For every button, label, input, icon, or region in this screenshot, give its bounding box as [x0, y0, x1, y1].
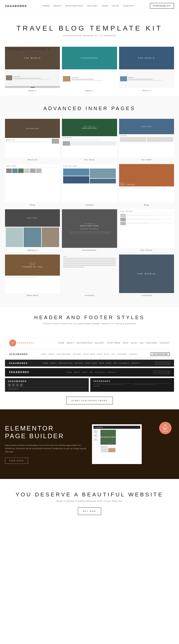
page-prices[interactable]: OUR PRICES — [119, 209, 174, 252]
hs4-nav-home: HOME — [67, 372, 72, 373]
hs2-nav-shop: SHOP — [97, 354, 102, 355]
badge-ie-text: IE — [164, 424, 166, 426]
hs2-logo: VAGABONDS — [9, 353, 28, 356]
footer-dark-2: VAGABONDS Travel Blog — [90, 378, 174, 392]
hs1-nav-contact: CONTACT — [160, 342, 170, 344]
hs4-logo: VAGABONDS — [9, 371, 29, 374]
page-about-us[interactable]: ADVENTURE ABOUT US About Us — [5, 119, 60, 162]
header-style-3: VAGABONDS HOME ABOUT DESTINATIONS GALLER… — [5, 360, 174, 366]
footer1-twitter-icon: t — [12, 384, 15, 386]
hs3-nav-about: ABOUT — [50, 362, 57, 364]
hs4-social-icons: f t i y — [153, 370, 170, 374]
pages-row-1: ADVENTURE ABOUT US About Us — [5, 119, 174, 162]
hs3-nav-shop: SHOP — [99, 362, 104, 364]
blog-label: Blog — [119, 202, 174, 207]
elementor-view-more-button[interactable]: VIEW MORE — [5, 458, 28, 464]
hs2-get-started-btn[interactable]: GET STARTED FREE — [151, 352, 170, 356]
home-template-1[interactable]: ');background:#5a4a3a;"> THE WORLD LIVE … — [5, 47, 60, 93]
hs3-instagram-icon: i — [163, 362, 166, 365]
hs3-youtube-icon: y — [167, 362, 170, 365]
elementor-text: ELEMENTOR PAGE BUILDER Enjoy intuitive i… — [5, 424, 87, 464]
elementor-title: ELEMENTOR PAGE BUILDER — [5, 424, 87, 440]
footer-rows: VAGABONDS f t i y © 2024 Vagabonds VAGAB… — [0, 378, 179, 392]
purchase-kit-button[interactable]: PURCHASE KIT — [150, 3, 174, 9]
home2-label: Home 2 — [62, 88, 117, 93]
hs3-nav-channels: CHANNELS — [119, 362, 129, 364]
page-start-here[interactable]: LIVE BIG LOAD? FUNDED BY YOU Start Here — [5, 254, 60, 298]
hero-title: TRAVEL BLOG TEMPLATE KIT — [5, 24, 174, 32]
hs1-nav-blog: BLOG — [131, 342, 137, 344]
home1-thumb — [6, 75, 12, 80]
ep-adventure-text: ADVENTURE — [100, 436, 116, 438]
ep-header-logo: ≡ elementor — [95, 426, 103, 428]
footer2-cols: Travel Blog — [93, 383, 171, 387]
home1-overlay: THE WORLD — [24, 57, 41, 59]
ep-content: ADVENTURE ABOUT US — [100, 430, 116, 453]
hs3-nav-contact: CONTACT — [131, 362, 140, 364]
hs3-nav-home: HOME — [43, 362, 48, 364]
buy-now-button[interactable]: BUY NOW — [78, 507, 101, 515]
home-template-2[interactable]: VAGABONDS LIVE BIG Home 2 — [62, 47, 117, 93]
inner-pages-section: ADVENTURE ABOUT US About Us — [0, 116, 179, 307]
home1-label: Home 1 — [5, 88, 60, 93]
pages-row-3: GALLERY Gallery 2 OUR SERVICE DESTINATIO… — [5, 209, 174, 252]
hs3-nav-tba: TBA — [113, 362, 117, 364]
home-template-3[interactable]: THE WORLD WORLD Home 3 — [119, 47, 174, 93]
hs1-nav-about: ABOUT — [67, 342, 74, 344]
nav-blog[interactable]: BLOG — [112, 5, 119, 7]
elementor-description: Enjoy intuitive interface and flexibilit… — [5, 444, 87, 453]
nav-home[interactable]: HOME — [42, 5, 50, 7]
page-gallery[interactable]: OUR GALLERY Gallery — [62, 164, 117, 207]
footer2-logo: VAGABONDS — [93, 380, 171, 382]
nav-contact[interactable]: CONTACT — [123, 5, 134, 7]
home2-livebig: LIVE BIG — [71, 77, 116, 78]
hs3-nav: HOME ABOUT DESTINATIONS GALLERY START HE… — [43, 362, 140, 364]
hs3-nav-gallery: GALLERY — [74, 362, 83, 364]
hs4-facebook-icon: f — [153, 370, 156, 374]
hf-section: HEADER AND FOOTER STYLES Choose from a m… — [0, 307, 179, 337]
hs3-logo: VAGABONDS — [9, 362, 28, 364]
svg-rect-0 — [95, 431, 96, 432]
page-contacts[interactable]: YEAR Contacts — [62, 254, 117, 298]
nav-shop[interactable]: SHOP — [102, 5, 109, 7]
hs2-nav-gallery: GALLERY — [72, 354, 81, 355]
nav-gallery[interactable]: GALLERY — [87, 5, 98, 7]
header-style-2: VAGABONDS HOME ABOUT DESTINATIONS GALLER… — [5, 350, 174, 358]
page-our-story[interactable]: WELCOME TO VAGABOND OUR STORY Our Story — [62, 119, 117, 162]
home3-overlay: THE WORLD — [138, 57, 155, 59]
badge-elements-text: Elements — [163, 430, 168, 432]
hs2-nav-blog: BLOG — [104, 354, 110, 355]
page-gallery2[interactable]: GALLERY Gallery 2 — [5, 209, 60, 252]
page-blog[interactable]: BLOG YOU TRAVEL Blog — [119, 164, 174, 207]
page-locations[interactable]: THE WORLD Locations — [119, 254, 174, 298]
home3-world: WORLD — [128, 77, 173, 78]
nav-about[interactable]: ABOUT — [54, 5, 62, 7]
footer1-logo: VAGABONDS — [8, 380, 86, 382]
gallery-label: Gallery — [62, 202, 117, 207]
hs1-nav: HOME ABOUT DESTINATIONS GALLERY START HE… — [58, 342, 170, 344]
final-title: YOU DESERVE A BEAUTIFUL WEBSITE — [5, 492, 174, 498]
ep-about-us-text: ABOUT US — [101, 446, 115, 448]
staff-label: Our Staff — [119, 157, 174, 162]
pages-row-4: LIVE BIG LOAD? FUNDED BY YOU Start Here … — [5, 254, 174, 298]
hs2-nav-dest: DESTINATIONS — [57, 354, 71, 355]
navbar-links: HOME ABOUT DESTINATIONS GALLERY SHOP BLO… — [42, 5, 134, 7]
hs4-nav-about: ABOUT — [74, 372, 80, 373]
page-shop[interactable]: OUR SHOP Shop — [5, 164, 60, 207]
ep-sidebar — [94, 430, 98, 442]
hs1-nav-gallery: GALLERY — [95, 342, 104, 344]
home2-overlay: VAGABONDS — [81, 57, 98, 59]
footer2-text: Travel Blog — [93, 385, 132, 387]
inner-pages-title: ADVANCED INNER PAGES — [5, 106, 174, 111]
start-exploring-button[interactable]: START EXPLORING PAGES — [66, 397, 112, 404]
page-destinations[interactable]: OUR SERVICE DESTINATIONS EXPLORE THE WOR… — [62, 209, 117, 252]
prices-label: Our Prices — [119, 248, 174, 252]
ep-header-dots: ··· — [138, 426, 139, 428]
page-our-staff[interactable]: EXPLORE LIVE BIG Our Staff — [119, 119, 174, 162]
shop-label: Shop — [5, 202, 60, 207]
nav-destinations[interactable]: DESTINATIONS — [66, 5, 83, 7]
hero-section: TRAVEL BLOG TEMPLATE KIT Axiom/Premium T… — [0, 12, 179, 44]
hs1-logo-badge: VA — [12, 342, 14, 344]
header-styles-list: VA VAGABONDS HOME ABOUT DESTINATIONS GAL… — [0, 337, 179, 376]
hs3-facebook-icon: f — [155, 362, 158, 365]
